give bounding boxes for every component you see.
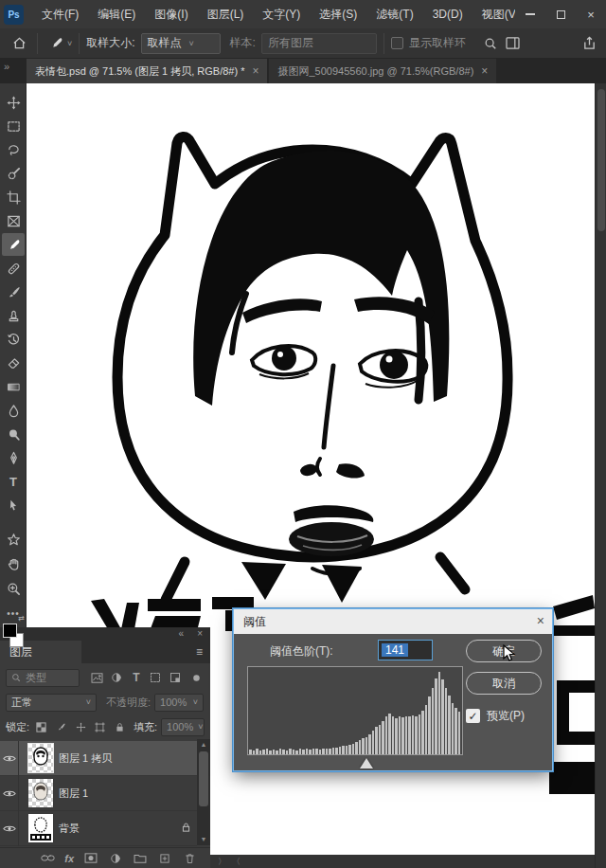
- lasso-tool[interactable]: [2, 138, 25, 161]
- filter-shape-layers-icon[interactable]: [148, 669, 164, 686]
- adjustment-layer-icon[interactable]: [108, 851, 123, 866]
- hand-tool[interactable]: [2, 552, 25, 575]
- layer-name[interactable]: 图层 1: [59, 787, 88, 801]
- preview-checkbox[interactable]: ✓: [466, 709, 480, 723]
- filter-type-layers-icon[interactable]: T: [129, 669, 145, 686]
- workspace-switcher-icon[interactable]: [502, 37, 525, 49]
- threshold-level-input[interactable]: 141: [378, 640, 433, 660]
- scroll-right-icon[interactable]: 〈: [232, 856, 241, 868]
- eyedropper-tool[interactable]: [2, 233, 25, 256]
- zoom-tool[interactable]: [2, 577, 25, 600]
- threshold-slider-thumb[interactable]: [360, 758, 373, 769]
- share-icon[interactable]: [578, 36, 600, 50]
- sample-size-dropdown[interactable]: 取样点 ˅: [141, 33, 221, 54]
- panel-menu-icon[interactable]: ≡: [196, 645, 203, 659]
- menu-select[interactable]: 选择(S): [310, 0, 366, 28]
- quick-selection-tool[interactable]: [2, 162, 25, 185]
- new-layer-icon[interactable]: [157, 851, 172, 866]
- visibility-eye-icon[interactable]: [0, 811, 19, 846]
- move-tool[interactable]: [2, 91, 25, 114]
- link-layers-icon[interactable]: [40, 851, 55, 866]
- lock-artboard-icon[interactable]: [92, 718, 108, 735]
- canvas-bottom-strip[interactable]: 〉 〈: [210, 855, 595, 868]
- collapse-panel-icon[interactable]: «: [178, 628, 184, 639]
- document-tab-active[interactable]: 表情包.psd @ 71.5% (图层 1 拷贝, RGB/8#) * ×: [27, 59, 267, 83]
- visibility-eye-icon[interactable]: [0, 741, 19, 776]
- cancel-button[interactable]: 取消: [466, 672, 542, 695]
- maximize-button[interactable]: [545, 0, 576, 28]
- gradient-tool[interactable]: [2, 375, 25, 398]
- menu-layer[interactable]: 图层(L): [198, 0, 254, 28]
- threshold-slider[interactable]: [247, 756, 463, 770]
- lock-transparent-pixels-icon[interactable]: [33, 718, 49, 735]
- blend-mode-dropdown[interactable]: 正常 ˅: [6, 694, 97, 712]
- filter-toggle-icon[interactable]: [188, 669, 205, 686]
- document-tab-inactive[interactable]: 摄图网_500945560.jpg @ 71.5%(RGB/8#) ×: [269, 59, 496, 83]
- vscroll-thumb[interactable]: [597, 89, 605, 231]
- brush-tool[interactable]: [2, 280, 25, 303]
- close-panel-icon[interactable]: ×: [197, 628, 203, 639]
- close-button[interactable]: ×: [576, 0, 606, 28]
- path-selection-tool[interactable]: [2, 494, 25, 516]
- layer-row-background[interactable]: 背景: [0, 811, 197, 846]
- scroll-left-icon[interactable]: 〉: [218, 856, 226, 868]
- layers-scrollbar[interactable]: ▲ ▼: [197, 739, 210, 845]
- menu-image[interactable]: 图像(I): [145, 0, 197, 28]
- opacity-dropdown[interactable]: 100% ˅: [154, 694, 204, 712]
- search-icon[interactable]: [479, 37, 502, 50]
- filter-pixel-layers-icon[interactable]: [89, 669, 105, 686]
- filter-adjustment-layers-icon[interactable]: [109, 669, 125, 686]
- show-sampling-ring-checkbox[interactable]: [391, 37, 403, 49]
- menu-file[interactable]: 文件(F): [32, 0, 88, 28]
- rectangular-marquee-tool[interactable]: [2, 115, 25, 137]
- layers-scroll-thumb[interactable]: [199, 751, 208, 806]
- blur-tool[interactable]: [2, 399, 25, 422]
- tool-preset-chevron-icon[interactable]: ˅: [67, 39, 72, 48]
- dodge-tool[interactable]: [2, 423, 25, 445]
- clone-stamp-tool[interactable]: [2, 304, 25, 327]
- layer-style-fx-icon[interactable]: fx: [64, 853, 74, 864]
- layer-name[interactable]: 背景: [59, 822, 80, 836]
- tab-overflow-icon[interactable]: »: [4, 61, 9, 72]
- tab-close-icon[interactable]: ×: [252, 64, 258, 78]
- layer-thumbnail[interactable]: [28, 779, 53, 807]
- history-brush-tool[interactable]: [2, 328, 25, 351]
- eraser-tool[interactable]: [2, 352, 25, 374]
- layer-filter-type-dropdown[interactable]: 类型: [6, 669, 80, 687]
- add-layer-mask-icon[interactable]: [83, 851, 98, 866]
- new-group-folder-icon[interactable]: [133, 851, 148, 866]
- lock-image-pixels-icon[interactable]: [53, 718, 69, 735]
- lock-all-icon[interactable]: [112, 718, 128, 735]
- dialog-close-icon[interactable]: ×: [537, 613, 544, 628]
- foreground-color-swatch[interactable]: [3, 624, 17, 638]
- home-icon[interactable]: [8, 36, 30, 50]
- crop-tool[interactable]: [2, 186, 25, 208]
- minimize-button[interactable]: [515, 0, 545, 28]
- scroll-up-icon[interactable]: ▲: [197, 739, 210, 750]
- layer-row-copy[interactable]: 图层 1 拷贝: [0, 741, 197, 776]
- type-tool[interactable]: T: [2, 470, 25, 493]
- layer-thumbnail[interactable]: [28, 814, 53, 842]
- scroll-down-icon[interactable]: ▼: [197, 834, 210, 845]
- frame-tool[interactable]: [2, 209, 25, 232]
- visibility-eye-icon[interactable]: [0, 776, 19, 811]
- menu-3d[interactable]: 3D(D): [423, 0, 472, 28]
- layer-thumbnail[interactable]: [28, 744, 53, 772]
- menu-edit[interactable]: 编辑(E): [88, 0, 145, 28]
- menu-type[interactable]: 文字(Y): [253, 0, 310, 28]
- swap-colors-icon[interactable]: ⇄: [18, 614, 25, 623]
- shape-tool[interactable]: [2, 528, 25, 551]
- pen-tool[interactable]: [2, 446, 25, 469]
- filter-smart-objects-icon[interactable]: [168, 669, 184, 686]
- tab-close-icon[interactable]: ×: [481, 64, 488, 78]
- fill-dropdown[interactable]: 100% ˅: [161, 718, 205, 736]
- canvas-vertical-scrollbar[interactable]: [595, 83, 606, 868]
- eyedropper-tool-preset-icon[interactable]: [45, 36, 67, 50]
- lock-position-icon[interactable]: [73, 718, 89, 735]
- layer-name[interactable]: 图层 1 拷贝: [59, 751, 112, 766]
- delete-layer-icon[interactable]: [182, 851, 197, 866]
- spot-healing-brush-tool[interactable]: [2, 257, 25, 280]
- menu-filter[interactable]: 滤镜(T): [366, 0, 422, 28]
- sample-dropdown[interactable]: 所有图层: [261, 33, 377, 54]
- dialog-titlebar[interactable]: 阈值 ×: [234, 609, 552, 634]
